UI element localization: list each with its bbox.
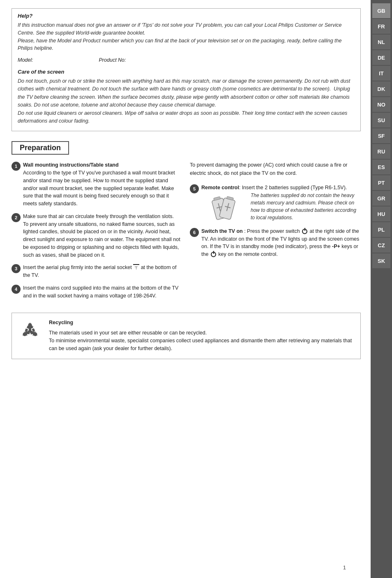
- battery-notice: The batteries supplied do not contain th…: [251, 192, 361, 221]
- sidebar-tab-gr[interactable]: GR: [372, 191, 390, 206]
- sidebar-tab-it[interactable]: IT: [372, 66, 390, 81]
- sidebar-tab-fr[interactable]: FR: [372, 19, 390, 34]
- prep-item-4: 4 Insert the mains cord supplied into th…: [12, 284, 182, 300]
- prep-content-6: Switch the TV on : Press the power switc…: [201, 227, 361, 258]
- preparation-title: Preparation: [12, 141, 69, 155]
- model-row: Model: Product No:: [18, 57, 355, 63]
- sidebar-tab-pl[interactable]: PL: [372, 222, 390, 237]
- remote-row: The batteries supplied do not contain th…: [201, 192, 361, 223]
- right-intro-text: To prevent damaging the power (AC) cord …: [190, 161, 361, 177]
- sidebar-tab-nl[interactable]: NL: [372, 35, 390, 49]
- prep-number-1: 1: [12, 162, 21, 171]
- prep-item-1: 1 Wall mounting instructions/Table stand…: [12, 161, 182, 208]
- model-label: Model:: [18, 57, 33, 63]
- page-number: 1: [343, 564, 346, 571]
- prep-number-6: 6: [190, 228, 199, 237]
- care-body: Do not touch, push or rub or strike the …: [18, 77, 355, 125]
- sidebar-tab-ru[interactable]: RU: [372, 144, 390, 159]
- prep-number-2: 2: [12, 213, 21, 222]
- prep-number-5: 5: [190, 184, 199, 193]
- prep-number-3: 3: [12, 264, 21, 273]
- product-label: Product No:: [99, 57, 126, 63]
- prep-content-4: Insert the mains cord supplied into the …: [23, 284, 182, 300]
- sidebar-tab-su[interactable]: SU: [372, 113, 390, 128]
- prep-item-2: 2 Make sure that air can circulate freel…: [12, 213, 182, 259]
- prep-number-4: 4: [12, 285, 21, 294]
- prep-content-3: Insert the aerial plug firmly into the a…: [23, 264, 182, 279]
- prep-item-3: 3 Insert the aerial plug firmly into the…: [12, 264, 182, 279]
- battery-image: [201, 192, 247, 223]
- prep-right: To prevent damaging the power (AC) cord …: [190, 161, 361, 304]
- sidebar-tab-gb[interactable]: GB: [372, 3, 390, 18]
- recycling-title: Recycling: [49, 319, 355, 327]
- prep-content-1: Wall mounting instructions/Table stand A…: [23, 161, 182, 208]
- sidebar-tab-pt[interactable]: PT: [372, 175, 390, 190]
- sidebar-tab-es[interactable]: ES: [372, 160, 390, 174]
- care-title: Care of the screen: [18, 69, 355, 75]
- sidebar-tab-de[interactable]: DE: [372, 50, 390, 65]
- sidebar-tab-hu[interactable]: HU: [372, 207, 390, 221]
- prep-columns: 1 Wall mounting instructions/Table stand…: [12, 161, 361, 304]
- recycling-body: The materials used in your set are eithe…: [49, 329, 355, 353]
- care-section: Care of the screen Do not touch, push or…: [18, 69, 355, 125]
- help-body: If this instruction manual does not give…: [18, 21, 355, 52]
- help-box: Help? If this instruction manual does no…: [12, 8, 361, 131]
- sidebar-tab-no[interactable]: NO: [372, 97, 390, 112]
- prep-item-6: 6 Switch the TV on : Press the power swi…: [190, 227, 361, 258]
- sidebar-tab-dk[interactable]: DK: [372, 81, 390, 96]
- prep-content-5: Remote control: Insert the 2 batteries s…: [201, 184, 361, 223]
- preparation-section: Preparation 1 Wall mounting instructions…: [12, 141, 361, 304]
- prep-left: 1 Wall mounting instructions/Table stand…: [12, 161, 182, 304]
- recycling-icon: ♻: [18, 319, 42, 345]
- sidebar-tab-sf[interactable]: SF: [372, 128, 390, 143]
- sidebar-tab-cz[interactable]: CZ: [372, 238, 390, 253]
- svg-text:♻: ♻: [24, 323, 36, 338]
- recycling-svg: ♻: [18, 319, 42, 344]
- recycling-text: Recycling The materials used in your set…: [49, 319, 355, 353]
- recycling-box: ♻ Recycling The materials used in your s…: [12, 313, 361, 359]
- sidebar-tab-sk[interactable]: SK: [372, 253, 390, 268]
- prep-item-5: 5 Remote control: Insert the 2 batteries…: [190, 184, 361, 223]
- language-sidebar[interactable]: GB FR NL DE IT DK NO SU SF RU ES PT GR H…: [371, 0, 392, 578]
- prep-content-2: Make sure that air can circulate freely …: [23, 213, 182, 259]
- help-title: Help?: [18, 13, 355, 19]
